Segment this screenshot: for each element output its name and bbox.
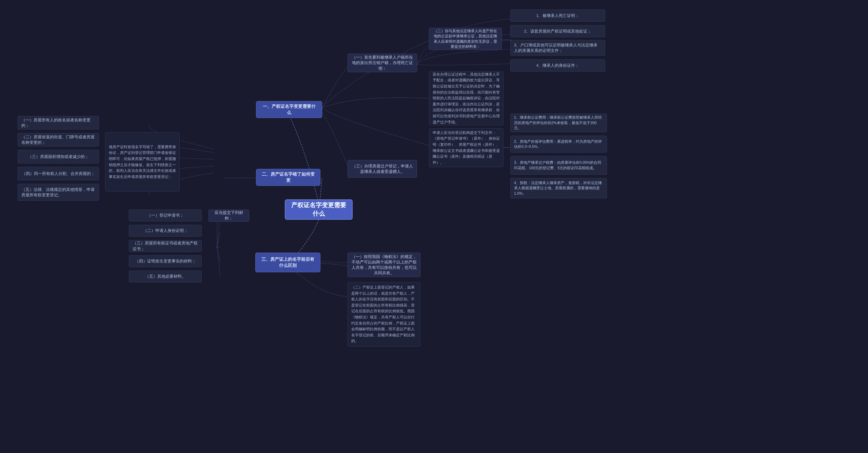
b2c4: （四）同一所有权人分割、合并房屋的； <box>18 167 99 180</box>
fee-detail4: 4、契税：法定继承人继承房产，免契税，对非法定继承人根据遗嘱受让土地、房屋权属的… <box>510 178 607 198</box>
mind-map: 产权证名字变更需要什么 一、产权证名字变更需要什么 （一）首先要到被继承人户籍所… <box>0 0 868 453</box>
b2c2: （二）房屋坐落的街道、门牌号或者房屋名称变更的； <box>18 133 99 146</box>
b2s4: （四）证明发生变更事实的材料； <box>129 255 202 267</box>
b2s3: （三）房屋所有权证书或者房地产权证书； <box>129 240 202 252</box>
branch2-node: 二、房产证名字错了如何变更 <box>256 169 320 186</box>
b2c1: （一）房屋所有人的姓名或者名称变更的； <box>18 116 99 130</box>
b1c2-detail2: 2、该套房屋的产权证明或其他处证； <box>510 25 605 37</box>
b2s1: （一）登记申请书； <box>129 210 202 221</box>
b1c2-node: （二）你与其他法定继承人向遗产所在地的公证处申请继承公证，其他法定继承人应表明对… <box>429 28 502 50</box>
b1c5-node: （三）办理房屋过户登记，申请人是继承人或者受遗赠人。 <box>348 160 417 178</box>
b1c2-detail4: 4、继承人的身份证件； <box>510 59 605 72</box>
b1c4-node: 申请人应当向登记机构提交下列文件：《房地产登记申请书》（原件）、身份证明（复印件… <box>429 128 504 167</box>
b2-sublabel: 应当提交下列材料： <box>209 210 249 222</box>
b1c1-node: （一）首先要到被继承人户籍所在地的派出所注销户籍，办理死亡证明： <box>348 54 417 72</box>
b3c2-node: （二）产权证上面登记的产权人，如果是两个以上的话，就是共有产权人，产权人的名字没… <box>348 282 420 347</box>
b2-intro: 领房产证时发现名字写错了，需要携带身份证，房产证到登记管理部门申请改错证明即可，… <box>105 132 180 192</box>
fee-detail3: 3、房地产继承过户税费：由房屋评估价0.05%的合同印花税、100元的登记费、5… <box>510 156 607 175</box>
fee-detail1: 1、继承权公证费用：继承权公证费按照被继承人所经历的房地产的评估价的2%来收取，… <box>510 114 607 132</box>
branch1-node: 一、产权证名字变更需要什么 <box>256 101 322 118</box>
b1c2-detail3: 3、户口簿或其他可以证明被继承人与法定继承人的亲属关系的证明文件； <box>510 40 605 56</box>
b2s5: （五）其他必要材料。 <box>129 271 202 282</box>
branch3-node: 三、房产证上的名字前后有什么区别 <box>255 253 320 272</box>
b1c3-node: 若在办理公证过程中，其他法定继承人不予配合，或者对遗嘱的效力提出异议，导致公证处… <box>429 71 504 125</box>
b2c3: （三）房屋面积增加或者减少的； <box>18 150 99 163</box>
b3c1-node: （一）按照我国《物权法》的规定，不动产可以由两个或两个以上的产权人共有，共有可以… <box>348 253 420 277</box>
b2c5: （五）法律、法规规定的其他情形，申请房屋所有权变更登记。 <box>18 184 99 201</box>
b1c2-detail1: 1、被继承人死亡证明； <box>510 9 605 22</box>
b2s2: （二）申请人身份证明； <box>129 225 202 237</box>
center-node: 产权证名字变更需要什么 <box>285 199 353 220</box>
fee-detail2: 2、房地产价值评估费用：累进税率，约为房地产的评估价0.3~0.5%。 <box>510 136 607 153</box>
